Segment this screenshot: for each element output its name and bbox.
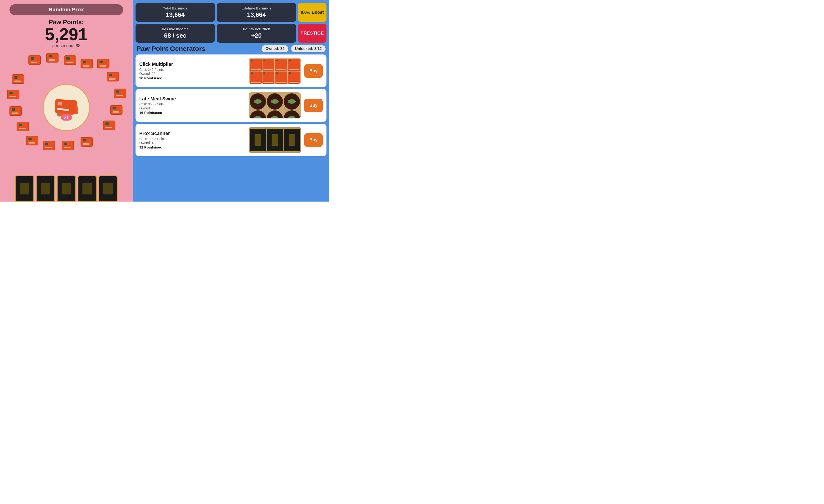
mini-card (97, 59, 109, 69)
generator-name: Click Multiplier (139, 61, 245, 67)
points-per-click-box: Points Per Click +20 (217, 24, 296, 43)
generator-image-bowls (249, 92, 301, 118)
generator-owned: Owned: 20 (139, 72, 245, 76)
total-earnings-value: 13,664 (140, 11, 210, 18)
credit-card-icon (55, 99, 78, 116)
mini-card (12, 75, 24, 84)
paw-points-value: 5,291 (45, 26, 88, 43)
gen-img-bowl (267, 93, 283, 110)
card-reader (36, 175, 55, 202)
gen-img-bowl (250, 110, 266, 118)
buy-button-click-multiplier[interactable]: Buy (304, 64, 323, 78)
mini-card (46, 53, 59, 62)
total-earnings-label: Total Earnings (140, 6, 210, 10)
generator-owned: Owned: 8 (139, 106, 245, 110)
random-prox-label: Random Prox (49, 7, 84, 13)
gen-img-bowl (284, 93, 300, 110)
generator-cost: Cost: 1,923 Points (139, 137, 245, 141)
buy-button-prox-scanner[interactable]: Buy (304, 133, 323, 147)
stats-left: Total Earnings 13,664 Lifetime Earnings … (135, 3, 296, 43)
prestige-column: 0.0% Boost PRESTIGE (298, 3, 326, 43)
generator-image-cards (249, 58, 301, 84)
generator-rate: 32 Points/sec (139, 145, 245, 149)
card-reader (78, 175, 97, 202)
paw-points-section: Paw Points: 5,291 per second: 68 (45, 18, 88, 48)
buy-button-late-meal-swipe[interactable]: Buy (304, 99, 323, 112)
generator-rate: 20 Points/sec (139, 76, 245, 80)
gen-img-scanner (250, 128, 266, 152)
mini-card (114, 89, 126, 98)
gen-img-card (263, 59, 275, 71)
points-per-click-label: Points Per Click (221, 27, 291, 31)
card-reader (99, 175, 117, 202)
generator-image-scanners (249, 127, 301, 153)
mini-card (17, 122, 29, 131)
generator-card-click-multiplier: Click Multiplier Cost: 245 Points Owned:… (135, 54, 326, 87)
mini-card (7, 90, 19, 99)
gen-img-card (250, 72, 262, 84)
generator-owned: Owned: 4 (139, 141, 245, 145)
passive-income-value: 68 / sec (140, 32, 210, 39)
mini-card (43, 141, 55, 150)
mini-card (107, 72, 119, 82)
generator-rate: 16 Points/sec (139, 111, 245, 115)
lifetime-earnings-box: Lifetime Earnings 13,664 (217, 3, 296, 22)
game-area: x1 (5, 51, 128, 164)
random-prox-bar: Random Prox (9, 4, 123, 15)
gen-img-card (263, 72, 275, 84)
generator-info: Prox Scanner Cost: 1,923 Points Owned: 4… (139, 131, 245, 149)
prestige-button[interactable]: PRESTIGE (298, 24, 326, 43)
gen-img-card (250, 59, 262, 71)
mini-card (28, 55, 41, 65)
generators-section: Paw Point Generators Owned: 32 Unlocked:… (135, 45, 326, 199)
points-per-click-value: +20 (221, 32, 291, 39)
gen-img-card (288, 72, 300, 84)
gen-img-scanner (284, 128, 300, 152)
total-earnings-box: Total Earnings 13,664 (135, 3, 215, 22)
multiplier-badge: x1 (61, 114, 72, 121)
mini-card (64, 55, 76, 65)
card-reader (15, 175, 34, 202)
card-readers (0, 175, 133, 202)
gen-img-card (275, 72, 287, 84)
gen-img-card (275, 59, 287, 71)
lifetime-earnings-value: 13,664 (221, 11, 291, 18)
generator-card-late-meal-swipe: Late Meal Swipe Cost: 305 Points Owned: … (135, 89, 326, 122)
mini-card (62, 141, 74, 150)
passive-income-label: Passive Income (140, 27, 210, 31)
passive-income-box: Passive Income 68 / sec (135, 24, 215, 43)
generator-name: Late Meal Swipe (139, 96, 245, 102)
generators-title: Paw Point Generators (136, 45, 259, 52)
generator-cost: Cost: 245 Points (139, 68, 245, 72)
gen-img-bowl (284, 110, 300, 118)
mini-card (9, 106, 22, 116)
mini-card (103, 121, 115, 130)
owned-badge: Owned: 32 (262, 45, 288, 52)
mini-card (26, 136, 38, 145)
generator-card-prox-scanner: Prox Scanner Cost: 1,923 Points Owned: 4… (135, 124, 326, 156)
gen-img-bowl (267, 110, 283, 118)
generator-info: Late Meal Swipe Cost: 305 Points Owned: … (139, 96, 245, 115)
unlocked-badge: Unlocked: 3/12 (291, 45, 325, 52)
left-panel: Random Prox Paw Points: 5,291 per second… (0, 0, 133, 202)
gen-img-bowl (250, 93, 266, 110)
generator-name: Prox Scanner (139, 131, 245, 136)
lifetime-earnings-label: Lifetime Earnings (221, 6, 291, 10)
generator-cost: Cost: 305 Points (139, 102, 245, 106)
gen-img-scanner (267, 128, 283, 152)
gen-img-card (288, 59, 300, 71)
stats-grid: Total Earnings 13,664 Lifetime Earnings … (135, 3, 326, 43)
generator-info: Click Multiplier Cost: 245 Points Owned:… (139, 61, 245, 80)
right-panel: Total Earnings 13,664 Lifetime Earnings … (133, 0, 329, 202)
generators-header: Paw Point Generators Owned: 32 Unlocked:… (135, 45, 326, 52)
card-reader (57, 175, 76, 202)
card-front (55, 99, 77, 114)
per-second-label: per second: 68 (45, 43, 88, 48)
mini-card (81, 59, 93, 69)
mini-card (110, 105, 122, 115)
mini-card (81, 137, 93, 147)
click-button[interactable] (43, 84, 90, 131)
boost-box: 0.0% Boost (298, 3, 326, 22)
